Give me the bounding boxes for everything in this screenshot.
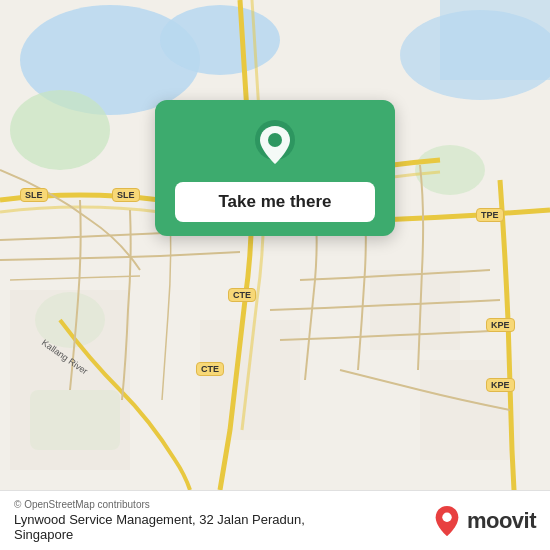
svg-rect-4: [440, 0, 550, 80]
location-pin-icon: [248, 118, 302, 172]
moovit-brand-text: moovit: [467, 508, 536, 534]
bottom-left-info: © OpenStreetMap contributors Lynwood Ser…: [14, 499, 305, 542]
popup-card: Take me there: [155, 100, 395, 236]
road-label-cte2: CTE: [196, 362, 224, 376]
bottom-bar: © OpenStreetMap contributors Lynwood Ser…: [0, 490, 550, 550]
road-label-sle2: SLE: [112, 188, 140, 202]
svg-point-7: [415, 145, 485, 195]
road-label-sle1: SLE: [20, 188, 48, 202]
svg-rect-12: [370, 270, 460, 350]
copyright-text: © OpenStreetMap contributors: [14, 499, 305, 510]
svg-point-5: [10, 90, 110, 170]
location-name: Lynwood Service Management, 32 Jalan Per…: [14, 512, 305, 527]
road-label-kpe1: KPE: [486, 318, 515, 332]
svg-point-16: [268, 133, 282, 147]
svg-point-17: [442, 512, 451, 521]
map-container: SLE SLE CTE CTE TPE KPE KPE Kallang Rive…: [0, 0, 550, 490]
take-me-there-button[interactable]: Take me there: [175, 182, 375, 222]
moovit-logo: moovit: [433, 504, 536, 538]
location-sub: Singapore: [14, 527, 305, 542]
road-label-cte1: CTE: [228, 288, 256, 302]
road-label-kpe2: KPE: [486, 378, 515, 392]
map-svg: [0, 0, 550, 490]
road-label-tpe: TPE: [476, 208, 504, 222]
moovit-pin-icon: [433, 504, 461, 538]
svg-rect-11: [200, 320, 300, 440]
svg-point-2: [160, 5, 280, 75]
